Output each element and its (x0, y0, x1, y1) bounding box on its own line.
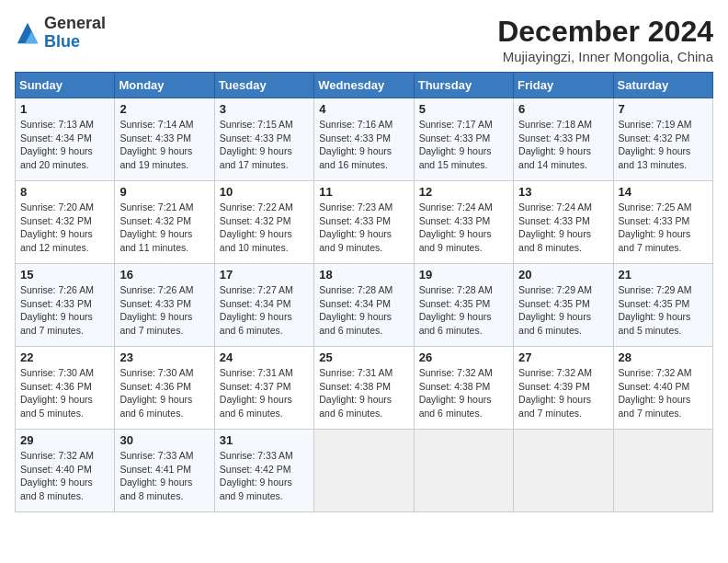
day-number: 1 (20, 102, 109, 116)
day-number: 23 (119, 350, 209, 364)
day-number: 31 (220, 433, 309, 447)
day-number: 19 (419, 268, 508, 282)
day-info: Sunrise: 7:22 AMSunset: 4:32 PMDaylight:… (220, 201, 293, 253)
calendar-table: SundayMondayTuesdayWednesdayThursdayFrid… (15, 72, 713, 512)
day-info: Sunrise: 7:27 AMSunset: 4:34 PMDaylight:… (220, 284, 293, 336)
day-info: Sunrise: 7:28 AMSunset: 4:34 PMDaylight:… (319, 284, 392, 336)
day-number: 5 (419, 102, 508, 116)
day-number: 2 (119, 102, 209, 116)
calendar-week-1: 1 Sunrise: 7:13 AMSunset: 4:34 PMDayligh… (16, 98, 713, 181)
calendar-week-4: 22 Sunrise: 7:30 AMSunset: 4:36 PMDaylig… (16, 347, 713, 430)
day-number: 20 (518, 268, 608, 282)
calendar-cell: 4 Sunrise: 7:16 AMSunset: 4:33 PMDayligh… (314, 98, 414, 181)
day-number: 12 (419, 185, 508, 199)
title-block: December 2024 Mujiayingzi, Inner Mongoli… (497, 15, 713, 64)
day-number: 22 (20, 350, 109, 364)
weekday-header-monday: Monday (115, 73, 214, 98)
day-info: Sunrise: 7:32 AMSunset: 4:40 PMDaylight:… (619, 367, 692, 419)
logo-blue-text: Blue (44, 32, 80, 51)
day-number: 13 (518, 185, 608, 199)
day-number: 7 (619, 102, 708, 116)
day-number: 21 (619, 268, 708, 282)
day-info: Sunrise: 7:24 AMSunset: 4:33 PMDaylight:… (518, 201, 592, 253)
logo: General Blue (15, 15, 106, 52)
day-info: Sunrise: 7:17 AMSunset: 4:33 PMDaylight:… (419, 119, 493, 170)
calendar-cell: 22 Sunrise: 7:30 AMSunset: 4:36 PMDaylig… (16, 347, 115, 430)
calendar-week-2: 8 Sunrise: 7:20 AMSunset: 4:32 PMDayligh… (16, 181, 713, 264)
calendar-cell: 27 Sunrise: 7:32 AMSunset: 4:39 PMDaylig… (514, 347, 613, 430)
day-number: 9 (119, 185, 209, 199)
page-subtitle: Mujiayingzi, Inner Mongolia, China (497, 49, 713, 64)
calendar-cell: 8 Sunrise: 7:20 AMSunset: 4:32 PMDayligh… (16, 181, 115, 264)
calendar-cell: 3 Sunrise: 7:15 AMSunset: 4:33 PMDayligh… (214, 98, 313, 181)
calendar-cell: 2 Sunrise: 7:14 AMSunset: 4:33 PMDayligh… (115, 98, 214, 181)
day-info: Sunrise: 7:29 AMSunset: 4:35 PMDaylight:… (619, 284, 692, 336)
calendar-cell: 17 Sunrise: 7:27 AMSunset: 4:34 PMDaylig… (214, 264, 313, 347)
calendar-cell: 28 Sunrise: 7:32 AMSunset: 4:40 PMDaylig… (613, 347, 712, 430)
calendar-cell: 29 Sunrise: 7:32 AMSunset: 4:40 PMDaylig… (16, 430, 115, 512)
calendar-cell: 6 Sunrise: 7:18 AMSunset: 4:33 PMDayligh… (514, 98, 613, 181)
day-number: 8 (20, 185, 109, 199)
day-info: Sunrise: 7:24 AMSunset: 4:33 PMDaylight:… (419, 201, 493, 253)
calendar-cell: 7 Sunrise: 7:19 AMSunset: 4:32 PMDayligh… (613, 98, 712, 181)
calendar-cell: 19 Sunrise: 7:28 AMSunset: 4:35 PMDaylig… (414, 264, 513, 347)
weekday-header-thursday: Thursday (414, 73, 513, 98)
day-number: 25 (319, 350, 408, 364)
calendar-cell: 30 Sunrise: 7:33 AMSunset: 4:41 PMDaylig… (115, 430, 214, 512)
calendar-cell: 18 Sunrise: 7:28 AMSunset: 4:34 PMDaylig… (314, 264, 414, 347)
day-number: 4 (319, 102, 408, 116)
calendar-cell: 11 Sunrise: 7:23 AMSunset: 4:33 PMDaylig… (314, 181, 414, 264)
calendar-cell: 15 Sunrise: 7:26 AMSunset: 4:33 PMDaylig… (16, 264, 115, 347)
day-number: 26 (419, 350, 508, 364)
calendar-cell (514, 430, 613, 512)
calendar-cell: 23 Sunrise: 7:30 AMSunset: 4:36 PMDaylig… (115, 347, 214, 430)
day-info: Sunrise: 7:32 AMSunset: 4:38 PMDaylight:… (419, 367, 493, 419)
day-info: Sunrise: 7:32 AMSunset: 4:39 PMDaylight:… (518, 367, 592, 419)
day-info: Sunrise: 7:23 AMSunset: 4:33 PMDaylight:… (319, 201, 392, 253)
calendar-cell: 21 Sunrise: 7:29 AMSunset: 4:35 PMDaylig… (613, 264, 712, 347)
day-info: Sunrise: 7:33 AMSunset: 4:42 PMDaylight:… (220, 450, 293, 501)
page-header: General Blue December 2024 Mujiayingzi, … (15, 15, 713, 64)
weekday-header-tuesday: Tuesday (214, 73, 313, 98)
day-info: Sunrise: 7:21 AMSunset: 4:32 PMDaylight:… (119, 201, 193, 253)
calendar-cell: 13 Sunrise: 7:24 AMSunset: 4:33 PMDaylig… (514, 181, 613, 264)
day-number: 3 (220, 102, 309, 116)
weekday-header-sunday: Sunday (16, 73, 115, 98)
day-info: Sunrise: 7:15 AMSunset: 4:33 PMDaylight:… (220, 119, 293, 170)
day-info: Sunrise: 7:30 AMSunset: 4:36 PMDaylight:… (20, 367, 94, 419)
day-number: 24 (220, 350, 309, 364)
day-info: Sunrise: 7:26 AMSunset: 4:33 PMDaylight:… (20, 284, 94, 336)
logo-icon (15, 20, 40, 46)
day-number: 10 (220, 185, 309, 199)
calendar-cell: 5 Sunrise: 7:17 AMSunset: 4:33 PMDayligh… (414, 98, 513, 181)
calendar-cell: 31 Sunrise: 7:33 AMSunset: 4:42 PMDaylig… (214, 430, 313, 512)
day-info: Sunrise: 7:14 AMSunset: 4:33 PMDaylight:… (119, 119, 193, 170)
day-info: Sunrise: 7:13 AMSunset: 4:34 PMDaylight:… (20, 119, 94, 170)
calendar-cell: 14 Sunrise: 7:25 AMSunset: 4:33 PMDaylig… (613, 181, 712, 264)
day-info: Sunrise: 7:29 AMSunset: 4:35 PMDaylight:… (518, 284, 592, 336)
logo-general-text: General (44, 14, 106, 32)
day-number: 16 (119, 268, 209, 282)
page-title: December 2024 (497, 15, 713, 49)
day-number: 27 (518, 350, 608, 364)
day-info: Sunrise: 7:20 AMSunset: 4:32 PMDaylight:… (20, 201, 94, 253)
day-number: 28 (619, 350, 708, 364)
weekday-header-saturday: Saturday (613, 73, 712, 98)
calendar-cell: 25 Sunrise: 7:31 AMSunset: 4:38 PMDaylig… (314, 347, 414, 430)
calendar-cell: 26 Sunrise: 7:32 AMSunset: 4:38 PMDaylig… (414, 347, 513, 430)
day-info: Sunrise: 7:33 AMSunset: 4:41 PMDaylight:… (119, 450, 193, 501)
calendar-cell: 1 Sunrise: 7:13 AMSunset: 4:34 PMDayligh… (16, 98, 115, 181)
calendar-cell: 24 Sunrise: 7:31 AMSunset: 4:37 PMDaylig… (214, 347, 313, 430)
calendar-cell: 20 Sunrise: 7:29 AMSunset: 4:35 PMDaylig… (514, 264, 613, 347)
day-info: Sunrise: 7:19 AMSunset: 4:32 PMDaylight:… (619, 119, 692, 170)
calendar-week-5: 29 Sunrise: 7:32 AMSunset: 4:40 PMDaylig… (16, 430, 713, 512)
day-number: 6 (518, 102, 608, 116)
day-info: Sunrise: 7:31 AMSunset: 4:38 PMDaylight:… (319, 367, 392, 419)
day-info: Sunrise: 7:28 AMSunset: 4:35 PMDaylight:… (419, 284, 493, 336)
day-number: 30 (119, 433, 209, 447)
day-info: Sunrise: 7:25 AMSunset: 4:33 PMDaylight:… (619, 201, 692, 253)
day-info: Sunrise: 7:18 AMSunset: 4:33 PMDaylight:… (518, 119, 592, 170)
calendar-cell (613, 430, 712, 512)
day-info: Sunrise: 7:31 AMSunset: 4:37 PMDaylight:… (220, 367, 293, 419)
day-number: 17 (220, 268, 309, 282)
